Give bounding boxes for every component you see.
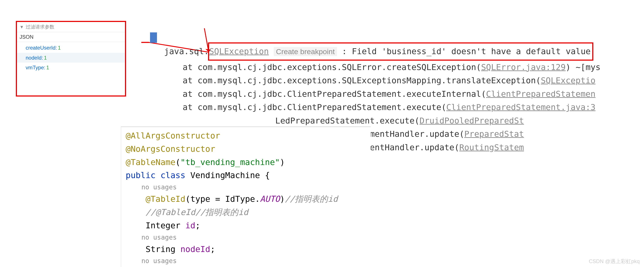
code-line: @TableId(type = IdType.AUTO)//指明表的id [126, 192, 366, 206]
code-line: Integer id; [126, 219, 366, 232]
json-value: 1 [46, 64, 49, 71]
code-content[interactable]: @AllArgsConstructor @NoArgsConstructor @… [121, 127, 371, 267]
json-section-header: JSON [17, 32, 125, 42]
usage-hint: no usages [126, 256, 366, 266]
json-item[interactable]: vmType: 1 [17, 62, 125, 72]
code-line: //@TableId//指明表的id [126, 206, 366, 219]
filter-placeholder[interactable]: 过滤请求参数 [26, 24, 54, 30]
json-value: 1 [44, 54, 47, 62]
source-link[interactable]: RoutingStatem [459, 143, 524, 152]
exception-class-link[interactable]: SQLException [209, 46, 269, 56]
json-item[interactable]: nodeId: 1 [17, 53, 125, 63]
json-items-list: createUserId: 1 nodeId: 1 vmType: 1 [17, 42, 125, 74]
json-item[interactable]: createUserId: 1 [17, 43, 125, 53]
create-breakpoint-button[interactable]: Create breakpoint [274, 47, 337, 56]
usage-hint: no usages [126, 182, 366, 192]
json-key: vmType: [26, 64, 46, 71]
json-filter-bar: ▼ 过滤请求参数 [17, 22, 125, 32]
usage-hint: no usages [126, 232, 366, 243]
stacktrace-line: at com.mysql.cj.jdbc.exceptions.SQLError… [183, 61, 644, 74]
source-link[interactable]: ClientPreparedStatement.java:3 [446, 102, 596, 112]
code-line: @NoArgsConstructor [126, 142, 366, 156]
code-line: public class VendingMachine { [126, 169, 366, 182]
stacktrace-line: at com.mysql.cj.jdbc.exceptions.SQLExcep… [183, 74, 644, 88]
source-link[interactable]: PreparedStat [464, 129, 524, 139]
exception-message: : Field 'business_id' doesn't have a def… [342, 46, 591, 56]
code-line: String nodeId; [126, 243, 366, 256]
json-key: nodeId: [26, 54, 43, 62]
code-editor[interactable]: @AllArgsConstructor @NoArgsConstructor @… [121, 126, 371, 267]
source-link[interactable]: ClientPreparedStatemen [486, 89, 596, 99]
stacktrace-line: at com.mysql.cj.jdbc.ClientPreparedState… [183, 101, 644, 114]
exception-line: java.sql.SQLException Create breakpoint … [135, 42, 644, 61]
stacktrace: at com.mysql.cj.jdbc.exceptions.SQLError… [135, 61, 644, 114]
json-filter-panel: ▼ 过滤请求参数 JSON createUserId: 1 nodeId: 1 … [16, 21, 126, 96]
source-link[interactable]: SQLExceptio [541, 76, 596, 85]
json-value: 1 [58, 44, 61, 52]
json-key: createUserId: [26, 44, 57, 52]
watermark: CSDN @遇上彩虹pkq [589, 258, 640, 265]
code-line: @TableName("tb_vending_machine") [126, 156, 366, 169]
filter-icon: ▼ [20, 24, 24, 30]
code-line: @AllArgsConstructor [126, 129, 366, 142]
stacktrace-line: at com.mysql.cj.jdbc.ClientPreparedState… [183, 88, 644, 101]
stacktrace-line: LedPreparedStatement.execute(DruidPooled… [275, 114, 644, 128]
source-link[interactable]: SQLError.java:129 [481, 62, 566, 72]
exception-prefix: java.sql. [164, 46, 209, 56]
source-link[interactable]: DruidPooledPreparedSt [420, 116, 524, 126]
